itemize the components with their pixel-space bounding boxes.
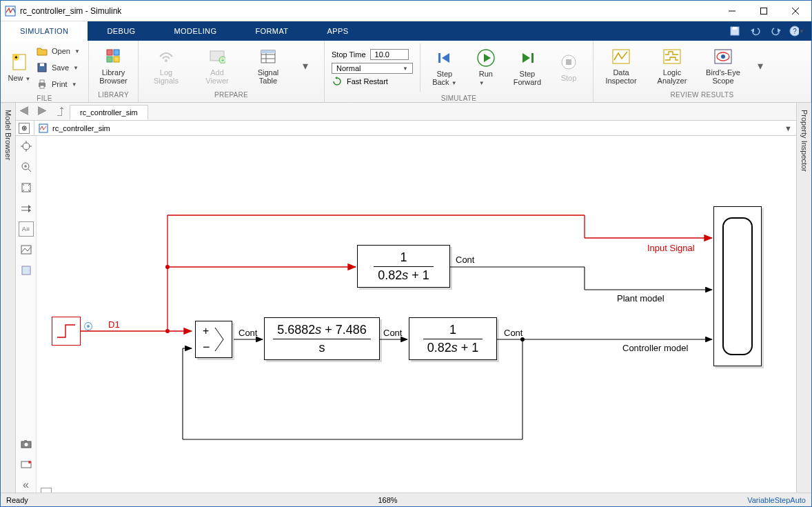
group-review: REVIEW RESULTS: [593, 91, 811, 102]
svg-marker-38: [522, 53, 530, 63]
wifi-icon: [157, 48, 175, 66]
tab-format[interactable]: FORMAT: [236, 21, 307, 41]
svg-rect-21: [114, 50, 119, 55]
model-icon: [39, 123, 48, 133]
svg-text:✦: ✦: [14, 54, 19, 61]
document-tab[interactable]: rc_controller_sim: [70, 105, 148, 120]
birds-eye-icon: [714, 48, 732, 66]
group-simulate: SIMULATE: [325, 95, 593, 102]
sim-mode-select[interactable]: Normal▼: [332, 63, 413, 74]
table-icon: [259, 48, 277, 66]
add-viewer-button[interactable]: +Add Viewer: [196, 48, 238, 85]
palette-annotation-icon[interactable]: A≡: [19, 221, 34, 237]
explorer-icon[interactable]: ⊕: [19, 123, 30, 134]
svg-rect-18: [40, 80, 44, 83]
tab-debug[interactable]: DEBUG: [88, 21, 154, 41]
title-bar: rc_controller_sim - Simulink: [1, 1, 811, 21]
palette-fit-icon[interactable]: [19, 180, 34, 195]
status-solver[interactable]: VariableStepAuto: [747, 496, 806, 504]
review-expand[interactable]: ▾: [753, 59, 767, 72]
svg-point-66: [24, 443, 28, 446]
open-button[interactable]: Open▼: [37, 43, 80, 59]
tab-modeling[interactable]: MODELING: [155, 21, 236, 41]
qat-undo-icon[interactable]: [748, 23, 763, 39]
library-browser-button[interactable]: Library Browser: [96, 48, 131, 85]
svg-marker-35: [442, 53, 449, 63]
app-icon: [5, 6, 16, 17]
svg-line-54: [28, 169, 31, 172]
model-canvas[interactable]: ▭: [37, 136, 796, 493]
ribbon: ✦ New ▼ Open▼ Save▼ Print▼ FILE Library …: [1, 41, 811, 103]
pi-controller-block[interactable]: 5.6882s + 7.486s: [264, 317, 380, 360]
new-button[interactable]: New ▼: [8, 74, 31, 82]
open-icon: [37, 46, 48, 57]
data-inspector-icon: [612, 48, 630, 66]
data-inspector-button[interactable]: Data Inspector: [600, 48, 642, 85]
svg-text:?: ?: [793, 28, 797, 35]
step-forward-button[interactable]: Step Forward: [510, 49, 545, 86]
tf-plant2-block[interactable]: 10.82s + 1: [409, 317, 497, 360]
svg-marker-33: [335, 77, 337, 79]
stop-button[interactable]: Stop: [551, 53, 586, 82]
palette-target-icon[interactable]: [19, 139, 34, 154]
qat-save-icon[interactable]: [727, 23, 742, 39]
palette-record-icon[interactable]: [19, 457, 34, 472]
qat-redo-icon[interactable]: [769, 23, 784, 39]
signal-label-d1: D1: [108, 319, 120, 330]
nav-fwd-button[interactable]: ⯈: [34, 103, 52, 120]
svg-rect-34: [438, 53, 440, 63]
stop-time-input[interactable]: [370, 49, 409, 60]
signal-label-input: Input Signal: [647, 243, 695, 253]
prepare-expand[interactable]: ▾: [298, 59, 312, 72]
svg-rect-7: [733, 27, 737, 30]
birds-eye-button[interactable]: Bird's-Eye Scope: [702, 48, 744, 85]
fast-restart-toggle[interactable]: Fast Restart: [332, 77, 413, 86]
svg-point-48: [23, 143, 30, 150]
svg-text:−: −: [203, 340, 210, 354]
maximize-button[interactable]: [748, 1, 780, 21]
model-browser-dock[interactable]: Model Browser: [1, 103, 16, 493]
crumb-dropdown[interactable]: ▼: [784, 124, 792, 132]
signal-table-button[interactable]: Signal Table: [247, 48, 289, 85]
step-block[interactable]: [52, 317, 81, 346]
status-ready: Ready: [6, 496, 28, 504]
svg-rect-32: [261, 50, 275, 53]
svg-point-68: [28, 461, 31, 464]
svg-rect-16: [40, 63, 44, 66]
svg-point-24: [165, 59, 168, 62]
palette-signal-icon[interactable]: [19, 201, 34, 216]
run-button[interactable]: Run▼: [469, 49, 503, 86]
palette-zoom-icon[interactable]: [19, 159, 34, 175]
print-button[interactable]: Print▼: [37, 77, 80, 92]
qat-help-icon[interactable]: ?▼: [789, 23, 804, 39]
palette-area-icon[interactable]: [19, 263, 34, 278]
nav-up-button[interactable]: ⮥: [52, 103, 70, 120]
save-button[interactable]: Save▼: [37, 60, 80, 75]
minimize-button[interactable]: [716, 1, 748, 21]
close-button[interactable]: [780, 1, 811, 21]
signal-label-plant: Plant model: [617, 293, 664, 304]
status-zoom[interactable]: 168%: [378, 496, 397, 504]
tab-apps[interactable]: APPS: [307, 21, 367, 41]
tab-simulation[interactable]: SIMULATION: [1, 21, 88, 41]
step-back-button[interactable]: Step Back ▼: [427, 49, 462, 86]
svg-rect-63: [22, 266, 30, 275]
wifi-badge-icon: ⦿: [83, 321, 93, 332]
stop-icon: [560, 53, 578, 71]
logic-analyzer-icon: [663, 48, 681, 66]
property-inspector-dock[interactable]: Property Inspector: [796, 103, 811, 493]
breadcrumb[interactable]: rc_controller_sim: [52, 124, 110, 132]
svg-rect-65: [24, 440, 27, 441]
tf-plant-block[interactable]: 10.82s + 1: [357, 245, 450, 288]
logic-analyzer-button[interactable]: Logic Analyzer: [651, 48, 693, 85]
svg-marker-59: [28, 205, 31, 209]
nav-back-button[interactable]: ⯇: [16, 103, 34, 120]
play-icon: [477, 49, 495, 67]
palette-camera-icon[interactable]: [19, 436, 34, 451]
library-icon: [105, 48, 123, 66]
sum-block[interactable]: +−: [195, 321, 232, 358]
palette-image-icon[interactable]: [19, 242, 34, 257]
log-signals-button[interactable]: Log Signals: [145, 48, 187, 85]
palette-collapse-icon[interactable]: «: [19, 477, 34, 493]
scope-block[interactable]: [713, 206, 762, 366]
